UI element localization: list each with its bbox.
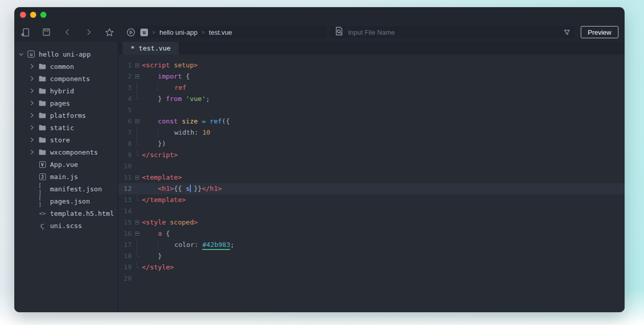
tab-bar: * test.vue: [118, 42, 625, 55]
gutter-marker: [134, 127, 142, 138]
tree-item-main-js[interactable]: Jmain.js: [14, 170, 118, 183]
line-number: 15: [118, 217, 132, 228]
code-line-1[interactable]: 1<script setup>: [118, 60, 625, 71]
code-line-10[interactable]: 10: [118, 161, 625, 172]
code-line-17[interactable]: 17 color: #42b983;: [118, 239, 625, 251]
code-token: <style: [142, 218, 166, 226]
code-line-8[interactable]: 8 }): [118, 138, 625, 149]
tree-item-static[interactable]: static: [14, 121, 118, 134]
tree-item-label: static: [50, 124, 74, 132]
code-token: [158, 241, 174, 248]
chevron-down-icon: [18, 53, 23, 56]
gutter-marker: [134, 105, 142, 116]
close-button[interactable]: [20, 12, 26, 18]
code-token: <script: [142, 61, 170, 69]
fold-toggle-icon[interactable]: [134, 172, 142, 183]
code-line-9[interactable]: 9</script>: [118, 149, 625, 161]
code-line-18[interactable]: 18 }: [118, 251, 625, 262]
back-button[interactable]: [63, 27, 72, 37]
line-number: 7: [118, 127, 132, 138]
breadcrumb-segment-project[interactable]: hello uni-app: [159, 29, 197, 36]
code-token: [206, 117, 210, 125]
code-token: [170, 61, 174, 69]
code-line-2[interactable]: 2 import {: [118, 71, 625, 82]
code-token: [158, 84, 174, 91]
tree-item-manifest-json[interactable]: [ ]manifest.json: [14, 183, 118, 195]
code-line-19[interactable]: 19</style>: [118, 262, 625, 273]
code-token: }: [142, 252, 162, 260]
run-button[interactable]: [126, 27, 136, 37]
filter-icon[interactable]: [564, 30, 570, 35]
code-token: from: [166, 95, 182, 103]
fold-toggle-icon[interactable]: [134, 60, 142, 71]
code-line-14[interactable]: 14: [118, 206, 625, 217]
code-line-5[interactable]: 5: [118, 105, 625, 116]
chevron-right-icon: [30, 125, 35, 130]
tree-item-label: pages.json: [50, 197, 90, 205]
code-line-6[interactable]: 6 const size = ref({: [118, 116, 625, 127]
line-number: 16: [118, 228, 132, 239]
code-line-7[interactable]: 7 width: 10: [118, 127, 625, 138]
fold-toggle-icon[interactable]: [134, 116, 142, 127]
code-line-12[interactable]: 12 <h1>{{ s }}</h1>: [118, 183, 625, 194]
code-token: [142, 117, 158, 125]
tree-item-store[interactable]: store: [14, 134, 118, 146]
breadcrumb-segment-file[interactable]: test.vue: [209, 29, 232, 36]
code-token: ;: [206, 95, 210, 103]
tab-test-vue[interactable]: * test.vue: [122, 42, 179, 55]
line-number: 19: [118, 262, 132, 273]
json-file-icon: [ ]: [38, 194, 46, 208]
folder-icon: [38, 149, 46, 155]
editor-pane: * test.vue 1<script setup>2 import {3 re…: [118, 42, 625, 312]
tree-item-template-h5-html[interactable]: <>template.h5.html: [14, 207, 118, 219]
fold-toggle-icon[interactable]: [134, 71, 142, 82]
tree-item-label: hello uni-app: [39, 51, 91, 58]
code-line-20[interactable]: 20: [118, 273, 625, 284]
gutter-marker: [134, 183, 142, 194]
breadcrumb-separator-icon: >: [152, 29, 155, 35]
tab-label: test.vue: [139, 44, 171, 52]
modified-indicator: *: [131, 44, 135, 52]
code-area[interactable]: 1<script setup>2 import {3 ref4 } from '…: [118, 55, 625, 312]
preview-button[interactable]: Preview: [581, 26, 618, 38]
file-tree: commoncomponentshybridpagesplatformsstat…: [14, 60, 118, 232]
minimize-button[interactable]: [30, 12, 36, 18]
tree-item-app-vue[interactable]: VApp.vue: [14, 158, 118, 170]
new-file-button[interactable]: [20, 27, 30, 37]
line-number: 2: [118, 71, 132, 82]
code-line-4[interactable]: 4 } from 'vue';: [118, 93, 625, 105]
tree-item-components[interactable]: components: [14, 72, 118, 85]
line-number: 17: [118, 239, 132, 251]
code-line-13[interactable]: 13</template>: [118, 194, 625, 206]
fold-toggle-icon[interactable]: [134, 228, 142, 239]
gutter-marker: [134, 273, 142, 284]
line-number: 10: [118, 161, 132, 172]
scss-file-icon: ϛ: [38, 222, 46, 229]
file-search-input[interactable]: Input File Name: [330, 26, 575, 38]
folder-icon: [38, 76, 46, 82]
tree-item-wxcomponents[interactable]: wxcomponents: [14, 146, 118, 158]
tree-item-root[interactable]: u hello uni-app: [14, 48, 118, 60]
tree-item-uni-scss[interactable]: ϛuni.scss: [14, 219, 118, 232]
line-number: 20: [118, 273, 132, 284]
code-line-3[interactable]: 3 ref: [118, 82, 625, 93]
tree-item-common[interactable]: common: [14, 60, 118, 72]
code-line-16[interactable]: 16 a {: [118, 228, 625, 239]
code-token: :: [194, 129, 203, 136]
code-token: [142, 129, 158, 136]
tree-item-pages[interactable]: pages: [14, 97, 118, 109]
code-line-11[interactable]: 11<template>: [118, 172, 625, 183]
uniapp-project-icon: u: [27, 51, 35, 58]
forward-button[interactable]: [84, 27, 93, 37]
tree-item-label: common: [50, 63, 74, 70]
favorite-button[interactable]: [105, 27, 114, 37]
fold-toggle-icon[interactable]: [134, 217, 142, 228]
code-token: ;: [230, 241, 234, 248]
tree-item-pages-json[interactable]: [ ]pages.json: [14, 195, 118, 207]
tree-item-hybrid[interactable]: hybrid: [14, 85, 118, 97]
code-line-15[interactable]: 15<style scoped>: [118, 217, 625, 228]
tree-item-platforms[interactable]: platforms: [14, 109, 118, 121]
folder-icon: [38, 137, 46, 143]
save-button[interactable]: [41, 27, 51, 37]
zoom-button[interactable]: [40, 12, 46, 18]
